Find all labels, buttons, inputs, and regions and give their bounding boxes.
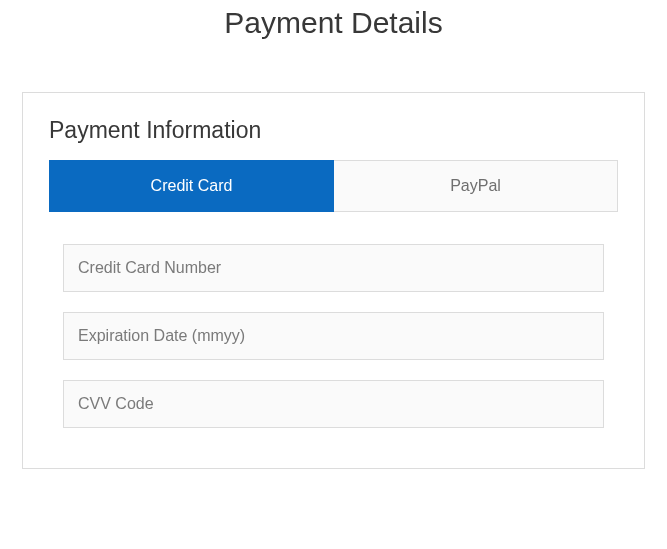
card-number-input[interactable] — [63, 244, 604, 292]
payment-card: Payment Information Credit Card PayPal — [22, 92, 645, 469]
page-title: Payment Details — [0, 0, 667, 58]
section-title: Payment Information — [49, 117, 618, 144]
cvv-input[interactable] — [63, 380, 604, 428]
tab-credit-card[interactable]: Credit Card — [49, 160, 334, 212]
tab-paypal[interactable]: PayPal — [334, 160, 618, 212]
payment-method-tabs: Credit Card PayPal — [49, 160, 618, 212]
credit-card-form — [49, 244, 618, 428]
expiration-input[interactable] — [63, 312, 604, 360]
